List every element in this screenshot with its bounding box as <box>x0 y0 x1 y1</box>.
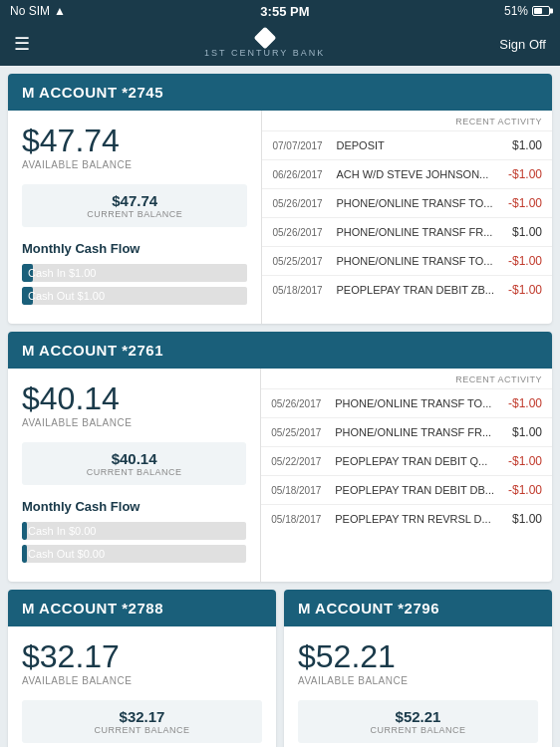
transaction-amount: -$1.00 <box>502 396 542 410</box>
transaction-date: 05/26/2017 <box>272 227 328 238</box>
current-balance-amount: $32.17 <box>32 708 252 725</box>
transaction-date: 06/26/2017 <box>272 169 328 180</box>
transaction-row[interactable]: 05/26/2017 PHONE/ONLINE TRANSF TO... -$1… <box>262 189 552 218</box>
current-balance-box: $52.21 CURRENT BALANCE <box>298 700 538 743</box>
transaction-desc: DEPOSIT <box>336 139 494 151</box>
menu-button[interactable]: ☰ <box>14 35 30 53</box>
account-left: $40.14 AVAILABLE BALANCE $40.14 CURRENT … <box>8 369 261 582</box>
transaction-amount: $1.00 <box>502 225 542 239</box>
cash-in-label: Cash In $1.00 <box>28 267 97 279</box>
main-content: M ACCOUNT *2745 $47.74 AVAILABLE BALANCE… <box>0 66 560 747</box>
transaction-date: 05/18/2017 <box>271 514 327 525</box>
transaction-date: 05/26/2017 <box>272 198 328 209</box>
current-balance-label: CURRENT BALANCE <box>308 725 528 735</box>
available-balance-amount: $47.74 <box>22 124 247 156</box>
monthly-cash-flow-title: Monthly Cash Flow <box>22 499 246 514</box>
transaction-desc: PHONE/ONLINE TRANSF TO... <box>335 397 494 409</box>
account-right: RECENT ACTIVITY 05/26/2017 PHONE/ONLINE … <box>261 369 552 582</box>
cash-in-bar: Cash In $1.00 <box>22 264 247 282</box>
transaction-row[interactable]: 06/26/2017 ACH W/D STEVE JOHNSON... -$1.… <box>262 160 552 189</box>
transaction-row[interactable]: 05/18/2017 PEOPLEPAY TRAN DEBIT ZB... -$… <box>262 276 552 304</box>
transaction-row[interactable]: 07/07/2017 DEPOSIT $1.00 <box>262 131 552 160</box>
current-balance-label: CURRENT BALANCE <box>32 725 252 735</box>
time-label: 3:55 PM <box>260 4 309 19</box>
account-2745: M ACCOUNT *2745 $47.74 AVAILABLE BALANCE… <box>8 74 552 324</box>
current-balance-box: $47.74 CURRENT BALANCE <box>22 184 247 227</box>
available-balance-label: AVAILABLE BALANCE <box>22 675 262 686</box>
transaction-desc: PHONE/ONLINE TRANSF FR... <box>336 226 494 238</box>
transaction-amount: -$1.00 <box>502 167 542 181</box>
transaction-desc: PEOPLEPAY TRAN DEBIT DB... <box>335 484 494 496</box>
account-header: M ACCOUNT *2745 <box>8 74 552 111</box>
cash-out-row: Cash Out $0.00 <box>22 545 246 563</box>
transaction-amount: -$1.00 <box>502 196 542 210</box>
recent-activity-label: RECENT ACTIVITY <box>262 111 552 131</box>
cash-out-label: Cash Out $1.00 <box>28 290 105 302</box>
transaction-row[interactable]: 05/22/2017 PEOPLEPAY TRAN DEBIT Q... -$1… <box>261 447 552 476</box>
transaction-date: 05/26/2017 <box>271 398 327 409</box>
transaction-date: 07/07/2017 <box>272 140 328 151</box>
sign-off-button[interactable]: Sign Off <box>499 37 546 52</box>
cash-out-row: Cash Out $1.00 <box>22 287 247 305</box>
account-header: M ACCOUNT *2761 <box>8 332 552 369</box>
transaction-row[interactable]: 05/25/2017 PHONE/ONLINE TRANSF FR... $1.… <box>261 418 552 447</box>
transaction-row[interactable]: 05/26/2017 PHONE/ONLINE TRANSF FR... $1.… <box>262 218 552 247</box>
transaction-row[interactable]: 05/26/2017 PHONE/ONLINE TRANSF TO... -$1… <box>261 389 552 418</box>
transaction-desc: PEOPLEPAY TRN REVRSL D... <box>335 513 494 525</box>
carrier-label: No SIM <box>10 4 50 18</box>
account-left: $47.74 AVAILABLE BALANCE $47.74 CURRENT … <box>8 111 262 324</box>
bank-name: 1ST CENTURY BANK <box>204 48 325 58</box>
current-balance-label: CURRENT BALANCE <box>32 209 237 219</box>
transaction-amount: $1.00 <box>502 138 542 152</box>
available-balance-label: AVAILABLE BALANCE <box>22 159 247 170</box>
available-balance-amount: $32.17 <box>22 640 262 672</box>
transaction-desc: PHONE/ONLINE TRANSF TO... <box>336 255 494 267</box>
status-left: No SIM ▲ <box>10 4 66 18</box>
transaction-date: 05/25/2017 <box>272 256 328 267</box>
account-body-half: $52.21 AVAILABLE BALANCE $52.21 CURRENT … <box>284 626 552 747</box>
transaction-desc: PEOPLEPAY TRAN DEBIT Q... <box>335 455 494 467</box>
transaction-row[interactable]: 05/25/2017 PHONE/ONLINE TRANSF TO... -$1… <box>262 247 552 276</box>
battery-icon <box>532 6 550 16</box>
app-header: ☰ 1ST CENTURY BANK Sign Off <box>0 22 560 66</box>
transaction-date: 05/18/2017 <box>272 285 328 296</box>
cash-out-bar: Cash Out $0.00 <box>22 545 246 563</box>
transaction-amount: -$1.00 <box>502 254 542 268</box>
available-balance-amount: $40.14 <box>22 382 246 414</box>
current-balance-box: $32.17 CURRENT BALANCE <box>22 700 262 743</box>
account-2796: M ACCOUNT *2796 $52.21 AVAILABLE BALANCE… <box>284 590 552 747</box>
account-body-half: $32.17 AVAILABLE BALANCE $32.17 CURRENT … <box>8 626 276 747</box>
status-right: 51% <box>504 4 550 18</box>
transaction-amount: -$1.00 <box>502 483 542 497</box>
account-2788: M ACCOUNT *2788 $32.17 AVAILABLE BALANCE… <box>8 590 276 747</box>
transaction-desc: PEOPLEPAY TRAN DEBIT ZB... <box>336 284 494 296</box>
cash-out-label: Cash Out $0.00 <box>28 548 105 560</box>
header-center: 1ST CENTURY BANK <box>204 30 325 58</box>
current-balance-amount: $52.21 <box>308 708 528 725</box>
small-accounts-row: M ACCOUNT *2788 $32.17 AVAILABLE BALANCE… <box>8 590 552 747</box>
wifi-icon: ▲ <box>54 4 66 18</box>
available-balance-amount: $52.21 <box>298 640 538 672</box>
monthly-cash-flow-title: Monthly Cash Flow <box>22 241 247 256</box>
cash-in-bar: Cash In $0.00 <box>22 522 246 540</box>
available-balance-label: AVAILABLE BALANCE <box>22 417 246 428</box>
account-header: M ACCOUNT *2796 <box>284 590 552 626</box>
account-body: $47.74 AVAILABLE BALANCE $47.74 CURRENT … <box>8 111 552 324</box>
bank-logo <box>253 27 276 50</box>
battery-percent: 51% <box>504 4 528 18</box>
transaction-row[interactable]: 05/18/2017 PEOPLEPAY TRAN DEBIT DB... -$… <box>261 476 552 505</box>
transaction-amount: $1.00 <box>502 425 542 439</box>
cash-in-label: Cash In $0.00 <box>28 525 97 537</box>
transaction-date: 05/25/2017 <box>271 427 327 438</box>
transaction-desc: ACH W/D STEVE JOHNSON... <box>336 168 494 180</box>
recent-activity-label: RECENT ACTIVITY <box>261 369 552 389</box>
transaction-row[interactable]: 05/18/2017 PEOPLEPAY TRN REVRSL D... $1.… <box>261 505 552 533</box>
account-right: RECENT ACTIVITY 07/07/2017 DEPOSIT $1.00… <box>262 111 552 324</box>
current-balance-box: $40.14 CURRENT BALANCE <box>22 442 246 485</box>
cash-in-row: Cash In $1.00 <box>22 264 247 282</box>
transaction-amount: -$1.00 <box>502 283 542 297</box>
available-balance-label: AVAILABLE BALANCE <box>298 675 538 686</box>
cash-in-row: Cash In $0.00 <box>22 522 246 540</box>
transaction-date: 05/22/2017 <box>271 456 327 467</box>
transaction-amount: -$1.00 <box>502 454 542 468</box>
